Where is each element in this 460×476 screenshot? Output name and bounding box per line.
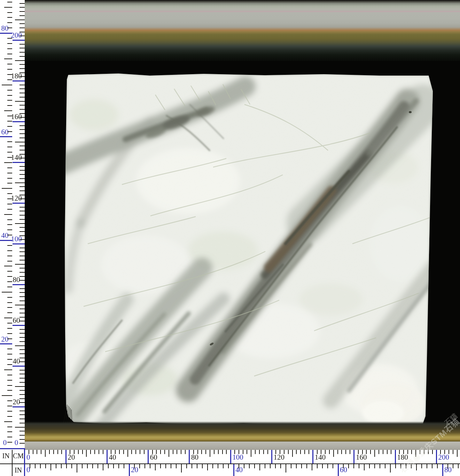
vertical-rulers-background (0, 0, 25, 450)
scanner-bed-gray-band (25, 442, 460, 450)
slab-scan-viewport: IN CM IN 2040608010012014016018020002040… (0, 0, 460, 476)
scanner-top-color-bands (25, 0, 460, 61)
scanner-background (25, 0, 460, 450)
vertical-inch-unit-label: IN (0, 452, 12, 459)
horizontal-rulers-background (0, 450, 460, 476)
corner-blue-vline (24, 448, 25, 476)
vertical-cm-unit-label: CM (13, 452, 24, 459)
scanner-bed-gold-band (25, 421, 460, 442)
horizontal-inch-unit-label: IN (13, 467, 24, 474)
ruler-row-separator-line (0, 463, 460, 464)
corner-blue-hline (0, 448, 25, 449)
